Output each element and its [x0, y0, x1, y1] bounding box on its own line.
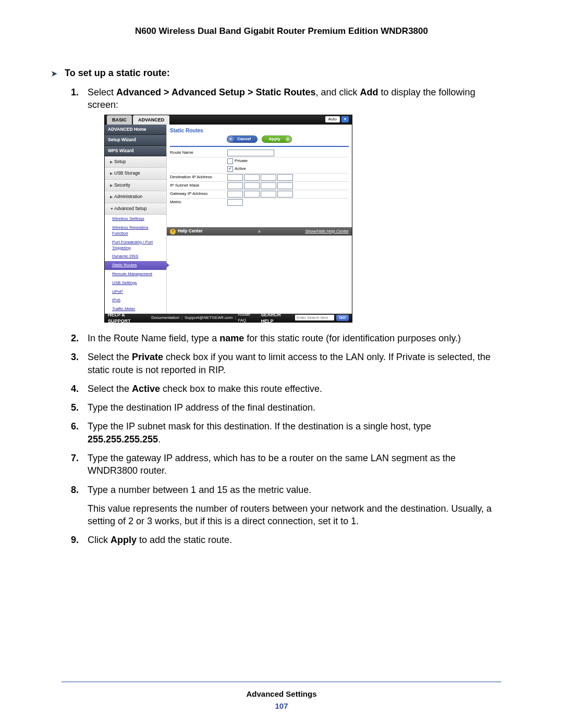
t: Advanced Setup	[114, 206, 146, 211]
page-footer: Advanced Settings 107	[0, 682, 563, 710]
label: IP Subnet Mask	[170, 183, 227, 189]
show-hide-link[interactable]: Show/Hide Help Center	[305, 229, 349, 235]
step-5: 5. Type the destination IP address of th…	[71, 401, 501, 414]
t: Select	[88, 87, 116, 97]
t: Setup	[114, 159, 126, 164]
sidebar-item-home[interactable]: ADVANCED Home	[105, 125, 166, 135]
sub-repeating[interactable]: Wireless Repeating Function	[105, 224, 166, 238]
ip-octet[interactable]	[244, 174, 260, 181]
doc-link[interactable]: Documentation	[151, 315, 179, 321]
t: In the Route Name field, type a	[88, 333, 219, 343]
row-gateway: Gateway IP Address	[170, 190, 349, 199]
support-link[interactable]: Support@NETGEAR.com	[185, 315, 232, 321]
ip-octet[interactable]	[261, 191, 276, 198]
metric-input[interactable]	[227, 199, 243, 206]
label: Private	[235, 158, 248, 164]
cancel-button[interactable]: ×Cancel	[227, 135, 257, 143]
sidebar-item-admin[interactable]: ▶Administration	[105, 191, 166, 203]
main-panel: Static Routes ×Cancel Apply▸ Route Name …	[167, 125, 352, 314]
ip-octet[interactable]	[244, 182, 260, 189]
sidebar-item-adv-setup[interactable]: ▼Advanced Setup	[105, 203, 166, 215]
sidebar-item-usb[interactable]: ▶USB Storage	[105, 168, 166, 179]
label: Metric	[170, 200, 227, 205]
t: , and click	[315, 87, 360, 97]
tab-basic[interactable]: BASIC	[107, 115, 132, 125]
ip-octet[interactable]	[277, 191, 293, 198]
sidebar: ADVANCED Home Setup Wizard WPS Wizard ▶S…	[105, 125, 167, 314]
tab-advanced[interactable]: ADVANCED	[133, 115, 169, 125]
sub-upnp[interactable]: UPnP	[105, 288, 166, 297]
arrow-right-icon: ▸	[285, 136, 291, 142]
sub-portfwd[interactable]: Port Forwarding / Port Triggering	[105, 238, 166, 253]
t: Apply	[262, 137, 285, 142]
t: .	[158, 434, 161, 445]
help-support-label: HELP & SUPPORT	[108, 312, 147, 324]
auto-label: Auto	[325, 116, 340, 123]
panel-title: Static Routes	[167, 125, 352, 136]
step-2: 2. In the Route Name field, type a name …	[71, 332, 501, 344]
step-8: 8. Type a number between 1 and 15 as the…	[71, 484, 501, 528]
ip-octet[interactable]	[277, 182, 293, 189]
ip-octet[interactable]	[244, 191, 260, 198]
ip-octet[interactable]	[261, 174, 276, 181]
route-name-input[interactable]	[227, 150, 274, 156]
close-icon: ×	[227, 136, 234, 142]
step-6: 6. Type the IP subnet mask for this dest…	[71, 420, 501, 446]
step-4: 4. Select the Active check box to make t…	[71, 382, 501, 395]
section-heading: ➤ To set up a static route:	[51, 68, 501, 79]
step-3: 3. Select the Private check box if you w…	[71, 351, 501, 376]
router-ui-screenshot: BASIC ADVANCED Auto ▾ ADVANCED Home Setu…	[104, 115, 352, 323]
t: Select the	[88, 384, 132, 394]
t: check box to make this route effective.	[160, 384, 322, 394]
row-active: ✔Active	[170, 165, 349, 174]
page-header: N600 Wireless Dual Band Gigabit Router P…	[62, 26, 501, 36]
sidebar-item-wps[interactable]: WPS Wizard	[105, 146, 166, 156]
sidebar-item-setup-wizard[interactable]: Setup Wizard	[105, 135, 166, 145]
row-route-name: Route Name	[170, 149, 349, 157]
t: Type a number between 1 and 15 as the me…	[88, 485, 311, 495]
step-8-note: This value represents the number of rout…	[88, 502, 501, 528]
sub-remote[interactable]: Remote Management	[105, 270, 166, 279]
sidebar-item-setup[interactable]: ▶Setup	[105, 156, 166, 168]
t: Click	[88, 535, 111, 545]
step-9: 9. Click Apply to add the static route.	[71, 534, 501, 546]
chevron-down-icon[interactable]: ▾	[341, 116, 349, 122]
sub-wireless[interactable]: Wireless Settings	[105, 215, 166, 224]
faq-link[interactable]: Router FAQ	[238, 312, 259, 324]
sub-static-routes[interactable]: Static Routes	[105, 261, 166, 270]
help-title: Help Center	[178, 228, 203, 234]
help-center-bar[interactable]: ? Help Center ▲ Show/Hide Help Center	[167, 227, 352, 236]
ip-octet[interactable]	[227, 191, 243, 198]
footer-label: Advanced Settings	[0, 689, 563, 698]
t: Advanced > Advanced Setup > Static Route…	[116, 87, 315, 97]
step-7: 7. Type the gateway IP address, which ha…	[71, 452, 501, 477]
page-number: 107	[0, 701, 563, 710]
ip-octet[interactable]	[227, 182, 243, 189]
step-1: 1. Select Advanced > Advanced Setup > St…	[71, 86, 501, 323]
sub-ddns[interactable]: Dynamic DNS	[105, 252, 166, 261]
row-metric: Metric	[170, 199, 349, 206]
private-checkbox[interactable]	[227, 158, 233, 164]
go-button[interactable]: GO	[336, 315, 349, 322]
sub-ipv6[interactable]: IPv6	[105, 296, 166, 305]
t: USB Storage	[114, 170, 140, 176]
row-dest-ip: Destination IP Address	[170, 174, 349, 182]
ip-octet[interactable]	[261, 182, 276, 189]
active-checkbox[interactable]: ✔	[227, 166, 233, 172]
label: Destination IP Address	[170, 175, 227, 180]
ip-octet[interactable]	[277, 174, 293, 181]
search-input[interactable]: Enter Search Item	[295, 315, 334, 320]
row-private: Private	[170, 157, 349, 165]
auto-selector[interactable]: Auto ▾	[325, 116, 349, 123]
sub-usb-settings[interactable]: USB Settings	[105, 279, 166, 288]
t: Type the IP subnet mask for this destina…	[88, 421, 431, 431]
t: Add	[360, 87, 378, 97]
sidebar-item-security[interactable]: ▶Security	[105, 180, 166, 191]
collapse-icon[interactable]: ▲	[258, 229, 262, 235]
ip-octet[interactable]	[227, 174, 243, 181]
t: Cancel	[234, 137, 257, 142]
t: Type the destination IP address of the f…	[88, 402, 315, 413]
label: Active	[235, 166, 246, 172]
apply-button[interactable]: Apply▸	[262, 135, 292, 143]
t: 255.255.255.255	[88, 434, 158, 445]
